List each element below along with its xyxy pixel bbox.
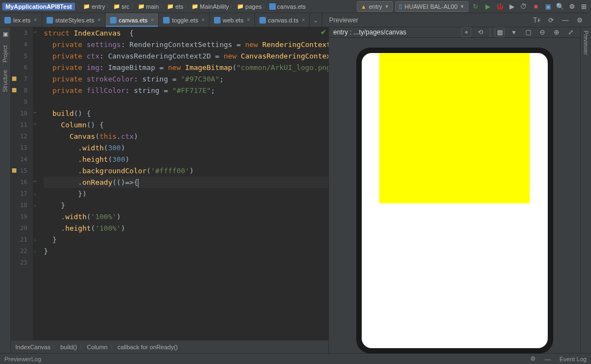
code-line[interactable]: private strokeColor: string = "#97C30A"; xyxy=(44,73,328,85)
breadcrumb-item[interactable]: 📁entry xyxy=(83,3,105,10)
previewer-header: entry : ...ty/pages/canvas ⌖ ⟲ ▦ ▾ ▢ ⊖ ⊕… xyxy=(329,27,580,38)
chevron-down-icon[interactable]: ▾ xyxy=(509,27,519,37)
run-icon[interactable]: ▶ xyxy=(483,2,493,11)
tab-canvas-dts[interactable]: canvas.d.ts× xyxy=(255,13,310,27)
device-dropdown[interactable]: ▯HUAWEI BAL-AL00▼ xyxy=(395,1,468,12)
code-line[interactable] xyxy=(44,257,328,268)
breadcrumb-item[interactable]: 📁pages xyxy=(236,3,262,10)
code-line[interactable]: } xyxy=(44,245,328,257)
zoom-out-icon[interactable]: ⊖ xyxy=(537,27,547,37)
close-icon[interactable]: × xyxy=(151,17,154,23)
editor-bc-item[interactable]: IndexCanvas xyxy=(15,344,50,350)
code-line[interactable]: private img: ImageBitmap = new ImageBitm… xyxy=(44,62,328,73)
stop-icon[interactable]: ■ xyxy=(531,2,541,11)
fold-toggle[interactable]: ⌞ xyxy=(34,247,37,253)
settings-icon[interactable]: ⚙ xyxy=(575,15,584,25)
fold-toggle[interactable]: ⌐ xyxy=(34,29,37,35)
editor-bc-item[interactable]: callback for onReady() xyxy=(118,344,178,350)
code-line[interactable]: Canvas(this.ctx) xyxy=(44,131,328,142)
code-editor[interactable]: ✔ 34567891011121314151617181920212223 ⌐⌐… xyxy=(11,27,328,353)
fullscreen-icon[interactable]: ▢ xyxy=(523,27,533,37)
line-number: 9 xyxy=(11,96,27,108)
breadcrumb-label: MainAbility xyxy=(200,3,229,10)
code-line[interactable]: struct IndexCanvas { xyxy=(44,27,328,39)
code-line[interactable]: build() { xyxy=(44,108,328,119)
breadcrumb-item[interactable]: 📁src xyxy=(113,3,130,10)
previewer-panel-tab[interactable]: Previewer Tꜰ ⟳ — ⚙ xyxy=(322,13,591,27)
tab-canvas[interactable]: canvas.ets× xyxy=(106,13,159,27)
code-area[interactable]: 34567891011121314151617181920212223 ⌐⌐⌐⌐… xyxy=(11,27,328,340)
sidebar-project[interactable]: Project xyxy=(2,45,8,62)
fold-toggle[interactable]: ⌞ xyxy=(34,201,37,207)
sidebar-structure[interactable]: Structure xyxy=(2,70,8,92)
code-line[interactable]: .width('100%') xyxy=(44,211,328,222)
device-screen[interactable] xyxy=(362,53,548,348)
close-icon[interactable]: × xyxy=(302,17,305,23)
multi-device-icon[interactable]: ▦ xyxy=(495,27,505,37)
coverage-icon[interactable]: ▶ xyxy=(507,2,517,11)
code-line[interactable]: }) xyxy=(44,188,328,199)
fold-toggle[interactable]: ⌐ xyxy=(34,109,37,115)
sidebar-previewer[interactable]: Previewer xyxy=(583,31,589,55)
search-icon[interactable]: 🔍 xyxy=(555,2,565,11)
close-icon[interactable]: × xyxy=(247,17,250,23)
code-line[interactable]: .backgroundColor('#ffff00') xyxy=(44,165,328,177)
fold-toggle[interactable]: ⌐ xyxy=(34,121,37,127)
tab-web[interactable]: web.ets× xyxy=(210,13,255,27)
code-line[interactable] xyxy=(44,96,328,108)
code-line[interactable]: .width(300) xyxy=(44,142,328,154)
code-line[interactable]: .height(300) xyxy=(44,154,328,165)
code-line[interactable]: .onReady(()=>{ xyxy=(44,177,328,188)
code-line[interactable]: private ctx: CanvasRenderingContext2D = … xyxy=(44,50,328,62)
tab-statestyles[interactable]: stateStyles.ets× xyxy=(42,13,106,27)
sdk-manager-icon[interactable]: ▣ xyxy=(543,2,553,11)
editor-bc-item[interactable]: Column xyxy=(87,344,108,350)
gutter-marker[interactable] xyxy=(12,168,16,173)
settings-icon[interactable]: ⚙ xyxy=(530,355,536,362)
close-icon[interactable]: × xyxy=(201,17,205,23)
editor-bc-item[interactable]: build() xyxy=(60,344,77,350)
tab-lex[interactable]: lex.ets× xyxy=(0,13,42,27)
folder-icon[interactable]: ▣ xyxy=(3,31,8,38)
refresh-icon[interactable]: ⟳ xyxy=(546,15,556,25)
inspect-icon[interactable]: ⌖ xyxy=(461,27,471,37)
code-line[interactable]: Column() { xyxy=(44,119,328,131)
profile-icon[interactable]: ⏱ xyxy=(519,2,529,11)
font-icon[interactable]: Tꜰ xyxy=(532,15,542,25)
zoom-in-icon[interactable]: ⊕ xyxy=(552,27,561,37)
code-line[interactable]: } xyxy=(44,234,328,245)
minimize-icon[interactable]: — xyxy=(544,356,551,362)
breadcrumb-label: main xyxy=(146,3,159,10)
status-previewer-log[interactable]: PreviewerLog xyxy=(4,356,41,362)
breadcrumb-file[interactable]: canvas.ets xyxy=(269,3,306,10)
run-config-dropdown[interactable]: ▲entry▼ xyxy=(357,1,393,12)
gradle-icon[interactable]: ⊞ xyxy=(579,2,589,11)
settings-icon[interactable]: ⚙ xyxy=(567,2,577,11)
fold-toggle[interactable]: ⌐ xyxy=(34,178,37,184)
refresh-icon[interactable]: ↻ xyxy=(471,2,480,11)
previewer-panel: entry : ...ty/pages/canvas ⌖ ⟲ ▦ ▾ ▢ ⊖ ⊕… xyxy=(328,27,580,353)
tab-toggle[interactable]: toggle.ets× xyxy=(159,13,210,27)
breadcrumb-item[interactable]: 📁MainAbility xyxy=(191,3,229,10)
folder-icon: 📁 xyxy=(236,3,244,10)
fit-icon[interactable]: ⤢ xyxy=(566,27,576,37)
breadcrumb-item[interactable]: 📁main xyxy=(137,3,159,10)
rotate-icon[interactable]: ⟲ xyxy=(476,27,485,37)
status-event-log[interactable]: Event Log xyxy=(559,356,587,362)
gutter-marker[interactable] xyxy=(12,88,16,92)
close-icon[interactable]: × xyxy=(34,17,37,23)
code-line[interactable]: private settings: RenderingContextSettin… xyxy=(44,39,328,50)
tabs-overflow[interactable]: ⌄ xyxy=(310,13,322,27)
breadcrumb-item[interactable]: 📁ets xyxy=(166,3,183,10)
breadcrumb-project[interactable]: MyApplicationAPI8Test xyxy=(2,3,75,10)
debug-icon[interactable]: 🐞 xyxy=(495,2,505,11)
code-text[interactable]: struct IndexCanvas { private settings: R… xyxy=(42,27,328,340)
code-line[interactable]: private fillColor: string = "#FF717E"; xyxy=(44,85,328,96)
fold-toggle[interactable]: ⌞ xyxy=(34,236,37,242)
close-icon[interactable]: × xyxy=(97,17,101,23)
code-line[interactable]: .height('100%') xyxy=(44,222,328,234)
fold-toggle[interactable]: ⌞ xyxy=(34,190,37,196)
minimize-icon[interactable]: — xyxy=(560,15,570,25)
code-line[interactable]: } xyxy=(44,199,328,211)
gutter-marker[interactable] xyxy=(12,77,16,81)
